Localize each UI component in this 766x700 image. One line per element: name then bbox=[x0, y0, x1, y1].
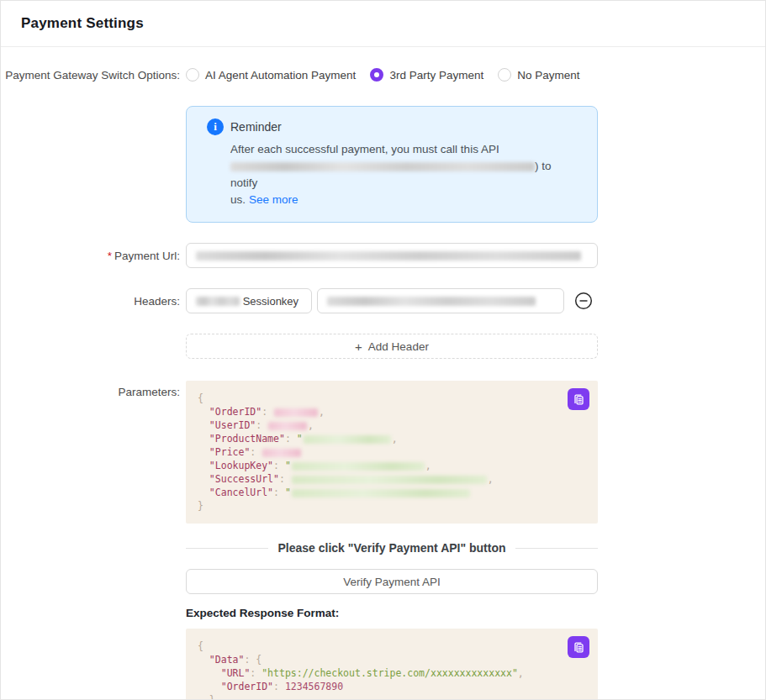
copy-response-button[interactable] bbox=[568, 636, 589, 658]
payment-url-label: *Payment Url: bbox=[1, 250, 180, 262]
payment-url-input[interactable] bbox=[186, 243, 598, 268]
radio-circle-icon[interactable] bbox=[498, 68, 511, 82]
radio-no-payment[interactable]: No Payment bbox=[498, 68, 579, 82]
header-value-input[interactable] bbox=[317, 288, 564, 313]
parameters-code-block: { "OrderID": , "UserID": , "ProductName"… bbox=[186, 381, 598, 524]
radio-ai-agent-automation-payment[interactable]: AI Agent Automation Payment bbox=[186, 68, 356, 82]
response-json: { "Data": { "URL": "https://checkout.str… bbox=[198, 639, 586, 700]
payment-url-row: *Payment Url: bbox=[1, 243, 765, 268]
see-more-link[interactable]: See more bbox=[249, 193, 298, 206]
divider-line-right bbox=[515, 548, 598, 549]
reminder-text-line3: us. bbox=[230, 193, 246, 206]
redacted-payment-url-value bbox=[196, 251, 581, 261]
radio-label: No Payment bbox=[517, 69, 579, 82]
parameters-json: { "OrderID": , "UserID": , "ProductName"… bbox=[198, 392, 586, 513]
page-header: Payment Settings bbox=[1, 1, 765, 47]
header-key-visible-text: Sessionkey bbox=[243, 295, 298, 308]
copy-icon bbox=[573, 641, 585, 654]
headers-row: Headers: Sessionkey bbox=[1, 288, 765, 313]
minus-circle-icon bbox=[574, 292, 593, 310]
info-icon: i bbox=[207, 118, 224, 135]
page-title: Payment Settings bbox=[21, 15, 144, 32]
response-code-block: { "Data": { "URL": "https://checkout.str… bbox=[186, 629, 598, 700]
gateway-options-row: Payment Gateway Switch Options: AI Agent… bbox=[1, 68, 765, 82]
radio-label: AI Agent Automation Payment bbox=[205, 69, 356, 82]
divider-line-left bbox=[186, 548, 268, 549]
add-header-button[interactable]: + Add Header bbox=[186, 334, 598, 359]
radio-circle-icon[interactable] bbox=[186, 68, 199, 82]
radio-circle-icon[interactable] bbox=[370, 68, 383, 82]
verify-instruction-text: Please click "Verify Payment API" button bbox=[277, 541, 505, 555]
header-key-input[interactable]: Sessionkey bbox=[186, 288, 312, 313]
parameters-label: Parameters: bbox=[1, 381, 180, 524]
radio-3rd-party-payment[interactable]: 3rd Party Payment bbox=[370, 68, 483, 82]
reminder-text-line1: After each successful payment, you must … bbox=[230, 143, 499, 155]
verify-payment-api-button[interactable]: Verify Payment API bbox=[186, 569, 598, 594]
verify-divider: Please click "Verify Payment API" button bbox=[186, 541, 598, 555]
gateway-options-label: Payment Gateway Switch Options: bbox=[1, 69, 180, 82]
required-asterisk: * bbox=[108, 250, 112, 262]
reminder-title: Reminder bbox=[230, 120, 282, 134]
reminder-alert: i Reminder After each successful payment… bbox=[186, 106, 598, 223]
plus-icon: + bbox=[355, 339, 362, 354]
expected-response-label: Expected Response Format: bbox=[186, 607, 765, 619]
payment-settings-page: Payment Settings Payment Gateway Switch … bbox=[0, 0, 766, 700]
redacted-api-url bbox=[230, 162, 535, 171]
reminder-body: After each successful payment, you must … bbox=[230, 141, 580, 208]
radio-label: 3rd Party Payment bbox=[389, 69, 483, 82]
copy-parameters-button[interactable] bbox=[568, 388, 589, 410]
gateway-options-group: AI Agent Automation Payment 3rd Party Pa… bbox=[186, 68, 741, 82]
headers-label: Headers: bbox=[1, 295, 180, 308]
redacted-header-value bbox=[327, 297, 536, 306]
copy-icon bbox=[573, 393, 585, 406]
remove-header-button[interactable] bbox=[574, 292, 593, 310]
add-header-label: Add Header bbox=[368, 340, 429, 353]
parameters-row: Parameters: { "OrderID": , "UserID": , "… bbox=[1, 381, 765, 524]
redacted-header-key-prefix bbox=[196, 297, 240, 306]
